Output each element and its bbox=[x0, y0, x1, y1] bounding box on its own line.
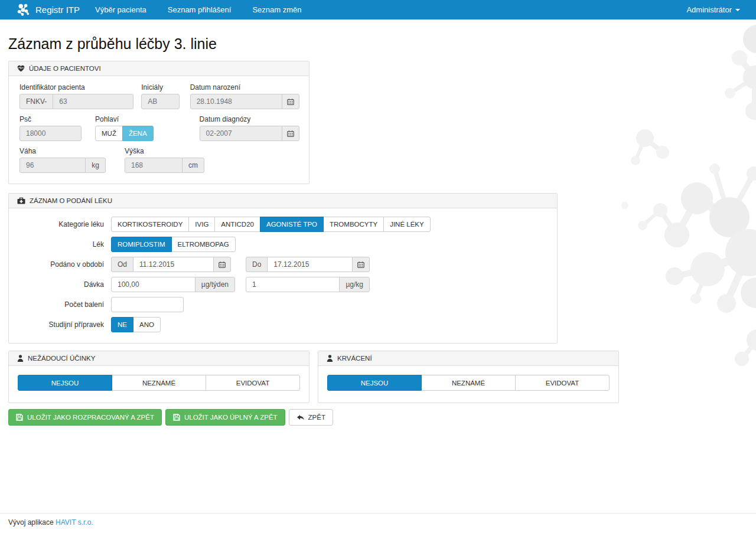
adverse-evidovat-button[interactable]: EVIDOVAT bbox=[206, 375, 300, 391]
heartbeat-icon bbox=[17, 65, 25, 72]
category-toggle: KORTIKOSTEROIDY IVIG ANTICD20 AGONISTÉ T… bbox=[111, 217, 431, 232]
dose-per-kg-unit: µg/kg bbox=[339, 277, 370, 292]
category-anticd20-button[interactable]: ANTICD20 bbox=[214, 217, 260, 232]
gender-muz-button[interactable]: MUŽ bbox=[95, 126, 123, 141]
period-from-input[interactable] bbox=[133, 257, 214, 272]
app-logo-icon bbox=[16, 3, 30, 17]
period-from-calendar-button[interactable] bbox=[213, 257, 231, 272]
bleeding-toggle: NEJSOU NEZNÁMÉ EVIDOVAT bbox=[327, 375, 610, 391]
drug-toggle: ROMIPLOSTIM ELTROMBOPAG bbox=[111, 237, 236, 252]
user-menu[interactable]: Administrátor bbox=[686, 5, 740, 14]
dose-per-kg-group: µg/kg bbox=[246, 277, 370, 292]
bleeding-neznamé-button[interactable]: NEZNÁMÉ bbox=[421, 375, 516, 391]
category-jine-leky-button[interactable]: JINÉ LÉKY bbox=[383, 217, 431, 232]
gender-label: Pohlaví bbox=[95, 115, 154, 123]
weight-input bbox=[19, 158, 86, 173]
study-drug-toggle: NE ANO bbox=[111, 317, 161, 332]
calendar-icon bbox=[357, 261, 364, 268]
identifier-input bbox=[53, 94, 133, 109]
adverse-neznamé-button[interactable]: NEZNÁMÉ bbox=[112, 375, 206, 391]
back-arrow-icon bbox=[296, 414, 304, 421]
save-icon bbox=[173, 414, 180, 421]
period-from-group: Od bbox=[111, 257, 231, 272]
dose-weekly-group: µg/týden bbox=[111, 277, 235, 292]
patient-panel: ÚDAJE O PACIENTOVI Identifikátor pacient… bbox=[8, 61, 309, 184]
category-kortikosteroidy-button[interactable]: KORTIKOSTEROIDY bbox=[111, 217, 189, 232]
footer-link[interactable]: HAVIT s.r.o. bbox=[56, 518, 93, 527]
height-unit: cm bbox=[182, 158, 204, 173]
bleeding-evidovat-button[interactable]: EVIDOVAT bbox=[515, 375, 610, 391]
patient-panel-header: ÚDAJE O PACIENTOVI bbox=[9, 61, 309, 76]
weight-label: Váha bbox=[19, 147, 106, 155]
medication-panel-title: ZÁZNAM O PODÁNÍ LÉKU bbox=[30, 197, 112, 204]
calendar-icon bbox=[219, 261, 226, 268]
save-complete-label: ULOŽIT JAKO ÚPLNÝ A ZPĚT bbox=[184, 414, 278, 421]
adverse-effects-panel: NEŽÁDOUCÍ ÚČINKY NEJSOU NEZNÁMÉ EVIDOVAT bbox=[8, 351, 309, 403]
gender-toggle: MUŽ ŽENA bbox=[95, 126, 154, 141]
user-icon bbox=[17, 355, 24, 362]
dose-weekly-input[interactable] bbox=[111, 277, 195, 292]
adverse-effects-title: NEŽÁDOUCÍ ÚČINKY bbox=[28, 355, 95, 362]
medication-panel: ZÁZNAM O PODÁNÍ LÉKU Kategorie léku KORT… bbox=[8, 193, 558, 344]
category-ivig-button[interactable]: IVIG bbox=[188, 217, 215, 232]
dose-label: Dávka bbox=[18, 280, 104, 289]
footer-text: Vývoj aplikace bbox=[8, 518, 54, 527]
nav-item-seznam-prihlaseni[interactable]: Seznam přihlášení bbox=[168, 5, 232, 14]
period-label: Podáno v období bbox=[18, 260, 104, 269]
page-footer: Vývoj aplikace HAVIT s.r.o. bbox=[0, 513, 756, 533]
dose-weekly-unit: µg/týden bbox=[195, 277, 235, 292]
zip-label: Psč bbox=[19, 115, 82, 123]
medication-panel-header: ZÁZNAM O PODÁNÍ LÉKU bbox=[9, 194, 557, 208]
diagnosis-date-label: Datum diagnózy bbox=[200, 115, 299, 123]
adverse-nejsou-button[interactable]: NEJSOU bbox=[18, 375, 112, 391]
study-drug-ne-button[interactable]: NE bbox=[111, 317, 133, 332]
initials-input bbox=[141, 94, 179, 109]
bleeding-header: KRVÁCENÍ bbox=[318, 351, 618, 366]
save-icon bbox=[16, 414, 23, 421]
bleeding-nejsou-button[interactable]: NEJSOU bbox=[327, 375, 422, 391]
save-complete-button[interactable]: ULOŽIT JAKO ÚPLNÝ A ZPĚT bbox=[165, 409, 285, 426]
category-trombocyty-button[interactable]: TROMBOCYTY bbox=[323, 217, 384, 232]
adverse-effects-header: NEŽÁDOUCÍ ÚČINKY bbox=[9, 351, 309, 366]
save-draft-label: ULOŽIT JAKO ROZPRACOVANÝ A ZPĚT bbox=[27, 414, 154, 421]
page-title: Záznam z průběhu léčby 3. linie bbox=[8, 35, 748, 53]
birth-date-label: Datum narození bbox=[190, 83, 299, 91]
identifier-label: Identifikátor pacienta bbox=[19, 83, 133, 91]
initials-label: Iniciály bbox=[141, 83, 179, 91]
dose-per-kg-input[interactable] bbox=[246, 277, 340, 292]
bleeding-panel: KRVÁCENÍ NEJSOU NEZNÁMÉ EVIDOVAT bbox=[318, 351, 619, 403]
zip-input bbox=[19, 126, 82, 141]
category-agoniste-tpo-button[interactable]: AGONISTÉ TPO bbox=[260, 217, 324, 232]
gender-zena-button[interactable]: ŽENA bbox=[122, 126, 154, 141]
drug-romiplostim-button[interactable]: ROMIPLOSTIM bbox=[111, 237, 172, 252]
calendar-icon bbox=[287, 99, 294, 105]
adverse-effects-toggle: NEJSOU NEZNÁMÉ EVIDOVAT bbox=[18, 375, 300, 391]
save-draft-button[interactable]: ULOŽIT JAKO ROZPRACOVANÝ A ZPĚT bbox=[8, 409, 162, 426]
birth-date-calendar-button[interactable] bbox=[282, 94, 299, 109]
diagnosis-date-input bbox=[200, 126, 282, 141]
period-to-input[interactable] bbox=[267, 257, 353, 272]
height-input bbox=[125, 158, 183, 173]
medkit-icon bbox=[17, 197, 25, 204]
packages-input[interactable] bbox=[111, 297, 184, 312]
study-drug-ano-button[interactable]: ANO bbox=[133, 317, 161, 332]
period-from-prefix: Od bbox=[111, 257, 133, 272]
birth-date-input bbox=[190, 94, 282, 109]
period-to-prefix: Do bbox=[246, 257, 268, 272]
back-button[interactable]: ZPĚT bbox=[289, 409, 333, 426]
nav-item-seznam-zmen[interactable]: Seznam změn bbox=[252, 5, 301, 14]
caret-down-icon bbox=[735, 9, 740, 11]
period-to-calendar-button[interactable] bbox=[352, 257, 370, 272]
nav-item-vyber-pacienta[interactable]: Výběr pacienta bbox=[95, 5, 146, 14]
diagnosis-date-calendar-button[interactable] bbox=[282, 126, 299, 141]
back-label: ZPĚT bbox=[308, 414, 325, 421]
drug-eltrombopag-button[interactable]: ELTROMBOPAG bbox=[171, 237, 236, 252]
drug-label: Lék bbox=[18, 240, 104, 248]
user-name: Administrátor bbox=[686, 5, 732, 14]
bleeding-title: KRVÁCENÍ bbox=[337, 355, 372, 362]
brand-link[interactable]: Registr ITP bbox=[35, 5, 80, 15]
top-navbar: Registr ITP Výběr pacienta Seznam přihlá… bbox=[0, 0, 756, 19]
study-drug-label: Studijní přípravek bbox=[18, 321, 104, 329]
period-to-group: Do bbox=[246, 257, 370, 272]
patient-panel-title: ÚDAJE O PACIENTOVI bbox=[29, 65, 101, 72]
